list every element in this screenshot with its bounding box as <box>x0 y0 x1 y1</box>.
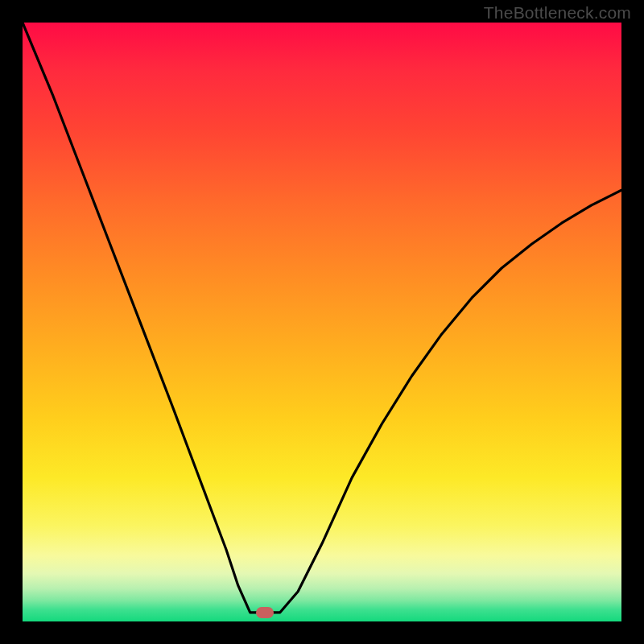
bottleneck-curve <box>23 23 621 621</box>
plot-area <box>23 23 621 621</box>
chart-frame: TheBottleneck.com <box>0 0 644 644</box>
watermark-text: TheBottleneck.com <box>484 3 631 23</box>
optimal-point-marker <box>256 607 274 618</box>
